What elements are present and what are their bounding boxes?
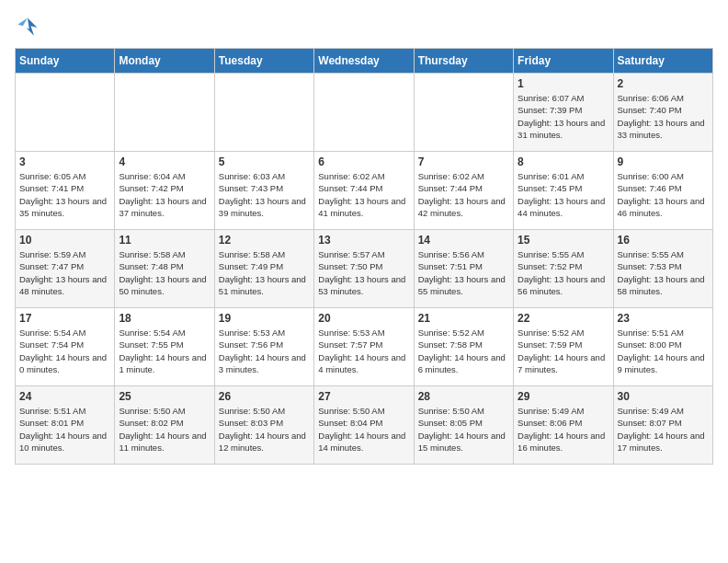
day-number: 1 (518, 77, 609, 90)
day-info: Sunrise: 5:55 AM Sunset: 7:53 PM Dayligh… (618, 248, 709, 297)
calendar-table: SundayMondayTuesdayWednesdayThursdayFrid… (15, 48, 713, 465)
day-info: Sunrise: 5:51 AM Sunset: 8:01 PM Dayligh… (19, 405, 110, 454)
day-number: 18 (119, 312, 210, 325)
calendar-cell: 21Sunrise: 5:52 AM Sunset: 7:58 PM Dayli… (414, 308, 513, 386)
day-number: 14 (418, 234, 509, 247)
calendar-cell: 15Sunrise: 5:55 AM Sunset: 7:52 PM Dayli… (514, 230, 613, 308)
day-number: 13 (318, 234, 409, 247)
day-info: Sunrise: 5:51 AM Sunset: 8:00 PM Dayligh… (618, 327, 709, 375)
calendar-cell: 12Sunrise: 5:58 AM Sunset: 7:49 PM Dayli… (214, 230, 313, 308)
calendar-cell: 3Sunrise: 6:05 AM Sunset: 7:41 PM Daylig… (16, 152, 115, 230)
calendar-cell: 2Sunrise: 6:06 AM Sunset: 7:40 PM Daylig… (613, 74, 712, 152)
calendar-header-row: SundayMondayTuesdayWednesdayThursdayFrid… (16, 49, 713, 74)
day-number: 25 (119, 390, 210, 403)
day-info: Sunrise: 5:58 AM Sunset: 7:49 PM Dayligh… (219, 248, 310, 297)
calendar-cell: 24Sunrise: 5:51 AM Sunset: 8:01 PM Dayli… (16, 386, 115, 465)
day-number: 29 (518, 390, 609, 403)
day-info: Sunrise: 5:58 AM Sunset: 7:48 PM Dayligh… (119, 248, 210, 297)
day-info: Sunrise: 6:02 AM Sunset: 7:44 PM Dayligh… (418, 170, 509, 219)
day-info: Sunrise: 5:54 AM Sunset: 7:54 PM Dayligh… (19, 327, 110, 375)
day-number: 23 (618, 312, 709, 325)
day-number: 24 (19, 390, 110, 403)
svg-marker-0 (26, 18, 37, 36)
day-number: 16 (618, 234, 709, 247)
calendar-week-3: 10Sunrise: 5:59 AM Sunset: 7:47 PM Dayli… (16, 230, 713, 308)
day-info: Sunrise: 5:52 AM Sunset: 7:58 PM Dayligh… (418, 327, 509, 375)
day-header-thursday: Thursday (414, 49, 513, 74)
day-info: Sunrise: 5:56 AM Sunset: 7:51 PM Dayligh… (418, 248, 509, 297)
day-number: 9 (618, 155, 709, 168)
day-number: 19 (219, 312, 310, 325)
calendar-cell: 13Sunrise: 5:57 AM Sunset: 7:50 PM Dayli… (314, 230, 414, 308)
day-number: 5 (219, 155, 310, 168)
day-number: 2 (618, 77, 709, 90)
calendar-cell: 6Sunrise: 6:02 AM Sunset: 7:44 PM Daylig… (314, 152, 414, 230)
calendar-week-5: 24Sunrise: 5:51 AM Sunset: 8:01 PM Dayli… (16, 386, 713, 465)
day-number: 21 (418, 312, 509, 325)
calendar-cell: 5Sunrise: 6:03 AM Sunset: 7:43 PM Daylig… (214, 152, 313, 230)
calendar-week-1: 1Sunrise: 6:07 AM Sunset: 7:39 PM Daylig… (16, 74, 713, 152)
day-number: 28 (418, 390, 509, 403)
day-number: 17 (19, 312, 110, 325)
day-info: Sunrise: 5:50 AM Sunset: 8:05 PM Dayligh… (418, 405, 509, 454)
calendar-cell (16, 74, 115, 152)
calendar-cell: 11Sunrise: 5:58 AM Sunset: 7:48 PM Dayli… (115, 230, 214, 308)
svg-marker-1 (18, 18, 28, 27)
calendar-cell: 28Sunrise: 5:50 AM Sunset: 8:05 PM Dayli… (414, 386, 513, 465)
day-header-wednesday: Wednesday (314, 49, 414, 74)
logo-icon (15, 15, 40, 40)
day-header-sunday: Sunday (16, 49, 115, 74)
calendar-cell: 1Sunrise: 6:07 AM Sunset: 7:39 PM Daylig… (514, 74, 613, 152)
day-info: Sunrise: 5:59 AM Sunset: 7:47 PM Dayligh… (19, 248, 110, 297)
day-info: Sunrise: 6:07 AM Sunset: 7:39 PM Dayligh… (518, 92, 609, 141)
day-header-saturday: Saturday (613, 49, 712, 74)
calendar-cell: 22Sunrise: 5:52 AM Sunset: 7:59 PM Dayli… (514, 308, 613, 386)
day-number: 11 (119, 234, 210, 247)
calendar-cell: 23Sunrise: 5:51 AM Sunset: 8:00 PM Dayli… (613, 308, 712, 386)
day-info: Sunrise: 5:50 AM Sunset: 8:03 PM Dayligh… (219, 405, 310, 454)
calendar-cell: 16Sunrise: 5:55 AM Sunset: 7:53 PM Dayli… (613, 230, 712, 308)
day-header-tuesday: Tuesday (214, 49, 313, 74)
calendar-cell: 17Sunrise: 5:54 AM Sunset: 7:54 PM Dayli… (16, 308, 115, 386)
calendar-cell (214, 74, 313, 152)
day-number: 27 (318, 390, 409, 403)
day-number: 12 (219, 234, 310, 247)
calendar-cell: 30Sunrise: 5:49 AM Sunset: 8:07 PM Dayli… (613, 386, 712, 465)
calendar-cell: 14Sunrise: 5:56 AM Sunset: 7:51 PM Dayli… (414, 230, 513, 308)
header (15, 15, 713, 40)
calendar-cell (414, 74, 513, 152)
day-number: 30 (618, 390, 709, 403)
calendar-cell: 8Sunrise: 6:01 AM Sunset: 7:45 PM Daylig… (514, 152, 613, 230)
day-header-friday: Friday (514, 49, 613, 74)
day-info: Sunrise: 5:53 AM Sunset: 7:56 PM Dayligh… (219, 327, 310, 375)
calendar-week-2: 3Sunrise: 6:05 AM Sunset: 7:41 PM Daylig… (16, 152, 713, 230)
calendar-cell (115, 74, 214, 152)
calendar-cell: 19Sunrise: 5:53 AM Sunset: 7:56 PM Dayli… (214, 308, 313, 386)
day-header-monday: Monday (115, 49, 214, 74)
day-info: Sunrise: 5:50 AM Sunset: 8:04 PM Dayligh… (318, 405, 409, 454)
day-info: Sunrise: 5:52 AM Sunset: 7:59 PM Dayligh… (518, 327, 609, 375)
day-number: 22 (518, 312, 609, 325)
day-info: Sunrise: 6:05 AM Sunset: 7:41 PM Dayligh… (19, 170, 110, 219)
day-info: Sunrise: 6:04 AM Sunset: 7:42 PM Dayligh… (119, 170, 210, 219)
day-number: 8 (518, 155, 609, 168)
day-number: 15 (518, 234, 609, 247)
day-number: 3 (19, 155, 110, 168)
day-number: 6 (318, 155, 409, 168)
day-info: Sunrise: 6:01 AM Sunset: 7:45 PM Dayligh… (518, 170, 609, 219)
day-info: Sunrise: 5:50 AM Sunset: 8:02 PM Dayligh… (119, 405, 210, 454)
day-info: Sunrise: 5:57 AM Sunset: 7:50 PM Dayligh… (318, 248, 409, 297)
calendar-cell: 9Sunrise: 6:00 AM Sunset: 7:46 PM Daylig… (613, 152, 712, 230)
day-info: Sunrise: 5:54 AM Sunset: 7:55 PM Dayligh… (119, 327, 210, 375)
calendar-cell (314, 74, 414, 152)
calendar-cell: 4Sunrise: 6:04 AM Sunset: 7:42 PM Daylig… (115, 152, 214, 230)
day-info: Sunrise: 5:53 AM Sunset: 7:57 PM Dayligh… (318, 327, 409, 375)
day-info: Sunrise: 6:00 AM Sunset: 7:46 PM Dayligh… (618, 170, 709, 219)
day-number: 26 (219, 390, 310, 403)
day-info: Sunrise: 5:49 AM Sunset: 8:07 PM Dayligh… (618, 405, 709, 454)
day-info: Sunrise: 6:02 AM Sunset: 7:44 PM Dayligh… (318, 170, 409, 219)
calendar-cell: 18Sunrise: 5:54 AM Sunset: 7:55 PM Dayli… (115, 308, 214, 386)
day-number: 4 (119, 155, 210, 168)
day-number: 10 (19, 234, 110, 247)
logo (15, 15, 44, 40)
